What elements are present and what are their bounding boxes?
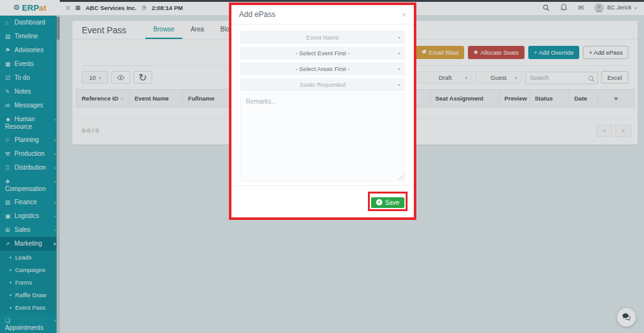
save-button[interactable]: ✔ Save [371,197,404,208]
add-epass-modal: Add ePass × Event Name ▾ - Select Event … [231,5,414,217]
remarks-textarea[interactable] [240,94,405,182]
areas-select[interactable]: - Select Areas First - ▾ [240,62,405,75]
modal-title: Add ePass [239,10,275,19]
event-name-select[interactable]: Event Name ▾ [240,31,405,44]
seats-requested-select[interactable]: Seats Requested ▾ [240,78,405,91]
modal-footer: ✔ Save [231,185,414,217]
chevron-down-icon: ▾ [398,67,400,71]
annotation-box-modal: Add ePass × Event Name ▾ - Select Event … [229,3,416,220]
modal-body: Event Name ▾ - Select Event First - ▾ - … [231,25,414,185]
resize-grip-icon[interactable] [399,175,404,180]
chevron-down-icon: ▾ [398,35,400,40]
close-icon[interactable]: × [401,11,406,19]
screen: ⚙ ERPat ≡ ▦ ABC Services Inc. ◷ 2:08:14 … [0,0,644,333]
event-select[interactable]: - Select Event First - ▾ [240,46,405,60]
chevron-down-icon: ▾ [398,51,400,55]
annotation-box-save: ✔ Save [368,192,408,211]
chevron-down-icon: ▾ [398,82,400,87]
modal-header: Add ePass × [231,5,414,25]
check-icon: ✔ [376,199,382,205]
